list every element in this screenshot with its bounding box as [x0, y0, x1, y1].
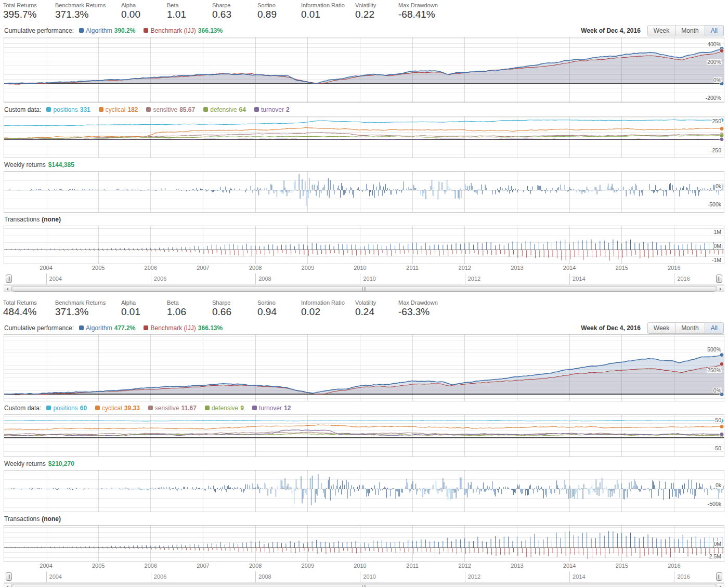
stat-label: Beta — [167, 299, 212, 306]
stat-sortino: Sortino0.94 — [257, 299, 301, 320]
stat-value: 371.3% — [55, 306, 121, 318]
y-axis-tick-label: 200% — [707, 59, 721, 65]
stat-sharpe: Sharpe0.63 — [212, 2, 257, 23]
legend-name: Benchmark (IJJ) — [150, 27, 196, 34]
legend-item-defensive[interactable]: defensive64 — [203, 106, 246, 113]
horizontal-scrollbar[interactable] — [4, 285, 724, 292]
range-year-tick — [360, 571, 360, 582]
legend-name: defensive — [212, 405, 238, 412]
horizontal-scrollbar[interactable] — [4, 583, 724, 587]
scroll-right-arrow[interactable] — [716, 584, 724, 587]
range-handle-left[interactable] — [6, 572, 12, 581]
transactions-chart[interactable]: 0M-2.5M — [4, 525, 724, 562]
transactions-chart[interactable]: 1M0M-1M — [4, 226, 724, 264]
stat-benchmark-returns: Benchmark Returns371.3% — [55, 2, 121, 23]
range-year-tick — [46, 571, 47, 582]
range-button-group: WeekMonthAll — [648, 25, 724, 36]
stat-value: 0.01 — [301, 9, 355, 20]
weekly-returns-chart[interactable]: 0k-500k — [4, 470, 724, 512]
scrollbar-thumb[interactable] — [11, 584, 717, 587]
y-axis-tick-label: -2.5M — [707, 553, 721, 559]
range-year-tick — [674, 273, 674, 284]
legend-item-positions[interactable]: positions60 — [46, 405, 87, 412]
range-year-label: 2014 — [573, 276, 585, 282]
legend-name: turnover — [261, 106, 284, 113]
legend-item-algorithm[interactable]: Algorithm477.2% — [79, 324, 135, 332]
year-tick-label: 2016 — [668, 563, 680, 569]
custom-data-header: Custom data: positions331cyclical182sens… — [0, 103, 728, 116]
legend-item-cyclical[interactable]: cyclical182 — [99, 106, 138, 113]
range-year-label: 2010 — [363, 276, 375, 282]
legend-item-sensitive[interactable]: sensitive85.67 — [146, 106, 195, 113]
transactions-header: Transactions (none) — [0, 512, 728, 525]
legend-swatch-icon — [203, 107, 208, 112]
range-year-label: 2012 — [468, 573, 480, 580]
range-button-week[interactable]: Week — [647, 322, 675, 334]
scrollbar-thumb[interactable] — [11, 286, 717, 292]
stat-information-ratio: Information Ratio0.01 — [301, 2, 355, 23]
range-year-tick — [674, 571, 674, 582]
scroll-left-arrow[interactable] — [4, 584, 12, 587]
range-selector[interactable]: 2004200620082010201220142016 — [4, 571, 724, 583]
range-year-label: 2006 — [154, 573, 166, 580]
legend-value: 85.67 — [179, 106, 195, 113]
legend-item-cyclical[interactable]: cyclical39.33 — [95, 405, 140, 412]
stat-volatility: Volatility0.24 — [355, 299, 398, 320]
cumulative-legend: Algorithm390.2%Benchmark (IJJ)366.13% — [79, 27, 223, 34]
weekly-returns-title: Weekly returns — [4, 161, 46, 168]
legend-name: cyclical — [102, 405, 122, 412]
y-axis-tick-label: -200% — [706, 95, 721, 101]
y-axis-tick-label: -1M — [712, 257, 721, 263]
legend-item-benchmark-ijj-[interactable]: Benchmark (IJJ)366.13% — [144, 324, 223, 332]
legend-item-defensive[interactable]: defensive9 — [205, 405, 244, 412]
range-handle-left[interactable] — [6, 275, 12, 283]
custom-data-chart[interactable]: 50-50 — [4, 414, 724, 457]
range-selector[interactable]: 2004200620082010201220142016 — [4, 273, 724, 285]
legend-item-sensitive[interactable]: sensitive11.67 — [148, 405, 197, 412]
legend-value: 2 — [286, 106, 290, 113]
stat-label: Max Drawdown — [398, 299, 461, 306]
range-button-all[interactable]: All — [705, 322, 724, 334]
scroll-right-arrow[interactable] — [716, 286, 724, 292]
legend-item-benchmark-ijj-[interactable]: Benchmark (IJJ)366.13% — [144, 27, 223, 34]
range-handle-right[interactable] — [716, 572, 722, 581]
scroll-left-arrow[interactable] — [4, 286, 12, 292]
legend-value: 366.13% — [198, 27, 223, 34]
range-button-month[interactable]: Month — [675, 25, 705, 36]
range-button-all[interactable]: All — [705, 25, 724, 36]
y-axis-tick-label: 1M — [713, 229, 721, 235]
cumulative-title: Cumulative performance: — [4, 27, 74, 34]
stat-label: Volatility — [355, 299, 398, 306]
stat-beta: Beta1.06 — [167, 299, 212, 320]
year-tick-label: 2009 — [302, 265, 314, 271]
legend-item-algorithm[interactable]: Algorithm390.2% — [79, 27, 135, 34]
range-button-month[interactable]: Month — [675, 322, 705, 334]
custom-data-header: Custom data: positions60cyclical39.33sen… — [0, 401, 728, 414]
legend-swatch-icon — [254, 107, 259, 112]
stat-value: 371.3% — [55, 9, 121, 20]
custom-data-chart[interactable]: 250-250 — [4, 116, 724, 158]
stat-label: Sharpe — [212, 2, 257, 8]
range-handle-right[interactable] — [716, 275, 722, 283]
legend-swatch-icon — [46, 406, 51, 410]
legend-item-positions[interactable]: positions331 — [46, 106, 90, 113]
stat-value: 1.06 — [167, 306, 212, 318]
year-tick-label: 2004 — [40, 563, 52, 569]
range-year-tick — [360, 273, 360, 284]
stat-total-returns: Total Returns395.7% — [3, 2, 55, 23]
stat-label: Alpha — [121, 2, 167, 8]
range-year-tick — [255, 571, 256, 582]
range-button-week[interactable]: Week — [647, 25, 675, 36]
range-year-tick — [151, 273, 151, 284]
stat-value: -68.41% — [398, 9, 461, 20]
range-year-label: 2016 — [677, 573, 690, 580]
cumulative-header: Cumulative performance: Algorithm390.2%B… — [0, 24, 728, 37]
x-axis-year-labels: 2004200520062007200820092010201120122013… — [4, 264, 724, 272]
legend-item-turnover[interactable]: turnover12 — [252, 405, 291, 412]
cumulative-performance-chart[interactable]: 500%250%0% — [4, 334, 724, 401]
legend-item-turnover[interactable]: turnover2 — [254, 106, 290, 113]
weekly-returns-chart[interactable]: 0k-500k — [4, 171, 724, 213]
cumulative-performance-chart[interactable]: 400%200%0%-200% — [4, 37, 724, 103]
stat-label: Max Drawdown — [398, 2, 461, 8]
weekly-returns-value: $144,385 — [48, 161, 74, 168]
